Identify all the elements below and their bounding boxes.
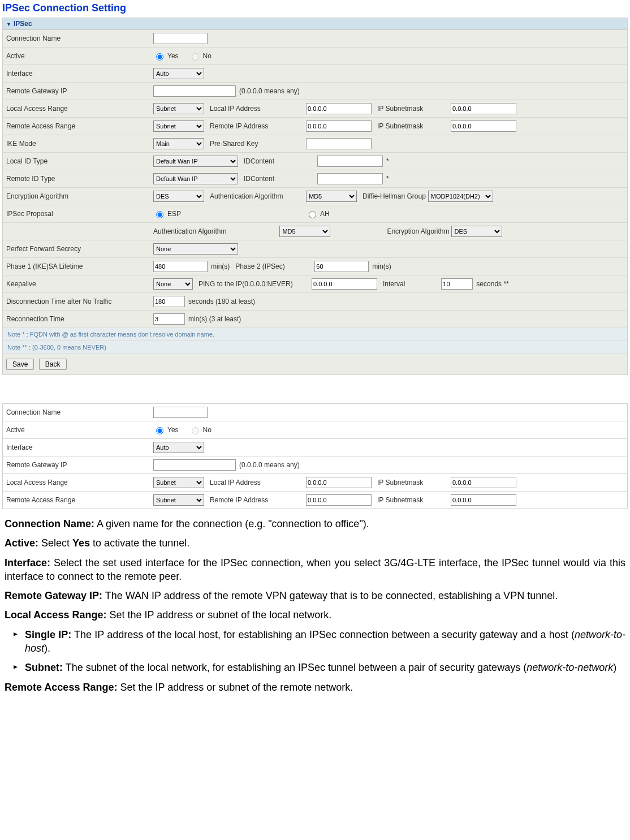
phase1-input[interactable] xyxy=(153,261,208,272)
enc-alg-select[interactable]: DES xyxy=(153,191,204,202)
label-remote-range: Remote Access Range xyxy=(6,122,153,130)
keepalive-ip-input[interactable] xyxy=(312,278,377,290)
disc-input[interactable] xyxy=(153,296,185,307)
row-ike-mode: IKE Mode Main Pre-Shared Key xyxy=(3,135,627,153)
remote-range-select[interactable]: Subnet xyxy=(153,120,204,132)
panel-header[interactable]: IPSec xyxy=(3,18,627,30)
para-interface: Interface: Select the set used interface… xyxy=(5,556,625,584)
label-prop-auth: Authentication Algorithm xyxy=(153,227,228,235)
remote-mask-input[interactable] xyxy=(451,120,516,132)
remote-idcontent-input[interactable] xyxy=(317,173,383,184)
local-ip-input-2[interactable] xyxy=(306,477,372,488)
label-auth-alg: Authentication Algorithm xyxy=(204,192,306,200)
pfs-select[interactable]: None xyxy=(153,243,238,255)
local-id-select[interactable]: Default Wan IP xyxy=(153,156,238,167)
row-active: Active Yes No xyxy=(3,48,627,65)
dh-group-select[interactable]: MODP1024(DH2) xyxy=(428,191,493,202)
connection-name-input-2[interactable] xyxy=(153,407,208,418)
phase1-unit: min(s) xyxy=(208,262,230,270)
row-proposal-sub: Authentication Algorithm MD5 Encryption … xyxy=(3,223,627,240)
label-dh-group: Diffie-Hellman Group xyxy=(357,192,428,200)
keepalive-interval-input[interactable] xyxy=(441,278,473,290)
psk-input[interactable] xyxy=(306,138,372,149)
remote-ip-input[interactable] xyxy=(306,120,372,132)
proposal-esp-label: ESP xyxy=(167,210,181,218)
label-remote-gw: Remote Gateway IP xyxy=(6,87,153,95)
label-connection-name: Connection Name xyxy=(6,35,153,42)
row-keepalive: Keepalive None PING to the IP(0.0.0.0:NE… xyxy=(3,275,627,293)
ike-mode-select[interactable]: Main xyxy=(153,138,204,149)
local-range-select-2[interactable]: Subnet xyxy=(153,477,204,488)
keepalive-select[interactable]: None xyxy=(153,278,193,290)
row-local-id: Local ID Type Default Wan IP IDContent * xyxy=(3,153,627,170)
label2-connection-name: Connection Name xyxy=(6,408,153,416)
local-ip-input[interactable] xyxy=(306,103,372,114)
local-idcontent-input[interactable] xyxy=(317,156,383,167)
active-no-radio-2[interactable] xyxy=(192,427,199,434)
label-local-idcontent: IDContent xyxy=(238,157,317,165)
label2-remote-mask: IP Subnetmask xyxy=(372,496,451,504)
note-1: Note * : FQDN with @ as first character … xyxy=(3,328,627,341)
proposal-esp-radio[interactable] xyxy=(156,211,163,218)
save-button[interactable]: Save xyxy=(6,359,34,370)
row-phase1: Phase 1 (IKE)SA Lifetime min(s) Phase 2 … xyxy=(3,258,627,275)
label-phase2: Phase 2 (IPSec) xyxy=(230,262,314,270)
reconn-input[interactable] xyxy=(153,313,185,325)
label-interface: Interface xyxy=(6,70,153,77)
row2-connection-name: Connection Name xyxy=(3,404,627,421)
label-reconn: Reconnection Time xyxy=(6,315,153,323)
auth-alg-select[interactable]: MD5 xyxy=(306,191,357,202)
row2-remote-range: Remote Access Range Subnet Remote IP Add… xyxy=(3,492,627,509)
label-remote-idcontent: IDContent xyxy=(238,175,317,183)
remote-ip-input-2[interactable] xyxy=(306,494,372,506)
local-id-suffix: * xyxy=(383,157,389,165)
label-psk: Pre-Shared Key xyxy=(204,140,306,148)
row-local-range: Local Access Range Subnet Local IP Addre… xyxy=(3,100,627,118)
row2-active: Active Yes No xyxy=(3,421,627,439)
label2-local-range: Local Access Range xyxy=(6,479,153,486)
active-no-radio[interactable] xyxy=(192,53,199,61)
label-remote-ip: Remote IP Address xyxy=(204,122,306,130)
note-2: Note ** : (0-3600, 0 means NEVER) xyxy=(3,341,627,354)
label-remote-id: Remote ID Type xyxy=(6,175,153,183)
active-yes-radio[interactable] xyxy=(156,53,163,61)
active-yes-radio-2[interactable] xyxy=(156,427,163,434)
label-pfs: Perfect Forward Secrecy xyxy=(6,245,153,253)
remote-id-select[interactable]: Default Wan IP xyxy=(153,173,238,184)
row-remote-range: Remote Access Range Subnet Remote IP Add… xyxy=(3,118,627,135)
button-row: Save Back xyxy=(3,354,627,374)
label-local-mask: IP Subnetmask xyxy=(372,105,451,113)
ipsec-panel-excerpt: Connection Name Active Yes No Interface … xyxy=(2,403,628,509)
active-yes-label-2: Yes xyxy=(167,426,179,434)
proposal-ah-radio[interactable] xyxy=(309,211,316,218)
row-proposal: IPSec Proposal ESP AH xyxy=(3,205,627,223)
label-active: Active xyxy=(6,52,153,60)
interface-select[interactable]: Auto xyxy=(153,68,204,79)
label-proposal: IPSec Proposal xyxy=(6,210,153,218)
interface-select-2[interactable]: Auto xyxy=(153,442,204,453)
prop-auth-select[interactable]: MD5 xyxy=(279,226,330,237)
label2-remote-gw: Remote Gateway IP xyxy=(6,461,153,469)
label-keepalive-interval: Interval xyxy=(377,280,407,288)
remote-gw-input[interactable] xyxy=(153,85,236,97)
local-range-select[interactable]: Subnet xyxy=(153,103,204,114)
row2-local-range: Local Access Range Subnet Local IP Addre… xyxy=(3,474,627,492)
proposal-ah-label: AH xyxy=(320,210,330,218)
para-connection-name: Connection Name: A given name for the co… xyxy=(5,517,625,531)
description-block: Connection Name: A given name for the co… xyxy=(2,509,628,694)
active-yes-label: Yes xyxy=(167,52,179,60)
label-phase1: Phase 1 (IKE)SA Lifetime xyxy=(6,262,153,270)
label-ike-mode: IKE Mode xyxy=(6,140,153,148)
label-enc-alg: Encryption Algorithm xyxy=(6,192,153,200)
local-mask-input[interactable] xyxy=(451,103,516,114)
remote-mask-input-2[interactable] xyxy=(451,494,516,506)
page-title: IPSec Connection Setting xyxy=(2,0,628,18)
phase2-input[interactable] xyxy=(314,261,369,272)
label-local-id: Local ID Type xyxy=(6,157,153,165)
connection-name-input[interactable] xyxy=(153,33,208,44)
local-mask-input-2[interactable] xyxy=(451,477,516,488)
remote-gw-input-2[interactable] xyxy=(153,459,236,471)
back-button[interactable]: Back xyxy=(39,359,67,370)
remote-range-select-2[interactable]: Subnet xyxy=(153,494,204,506)
prop-enc-select[interactable]: DES xyxy=(451,226,502,237)
